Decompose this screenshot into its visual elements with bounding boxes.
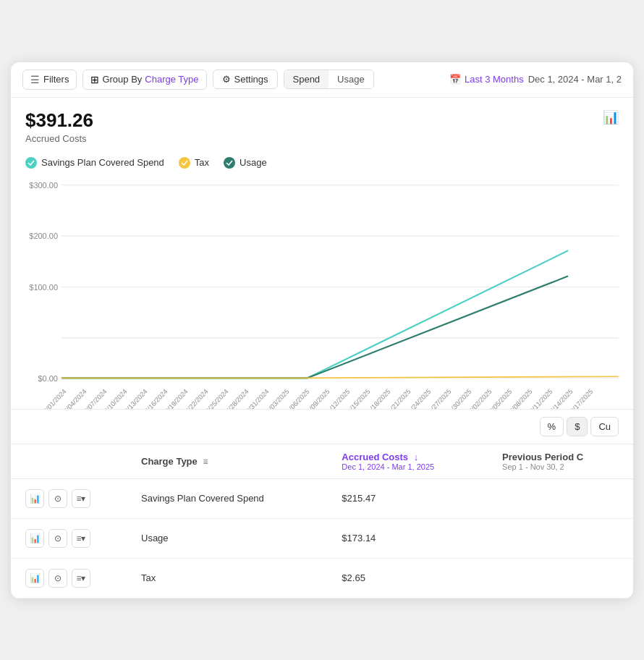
chart-legend: Savings Plan Covered Spend Tax Usage bbox=[11, 151, 633, 177]
row-filter-icon: ≡▾ bbox=[76, 494, 85, 504]
legend-label-savings: Savings Plan Covered Spend bbox=[41, 157, 164, 168]
summary-section: $391.26 Accrued Costs 📊 bbox=[11, 98, 633, 151]
settings-icon: ⚙ bbox=[222, 74, 231, 85]
filter-icon: ☰ bbox=[30, 74, 40, 85]
filters-button[interactable]: ☰ Filters bbox=[22, 69, 77, 90]
legend-label-tax: Tax bbox=[195, 157, 209, 168]
table-row: 📊 ⊙ ≡▾ Savings Plan Covered Spend $215.4… bbox=[11, 478, 633, 518]
row-previous-cell bbox=[488, 478, 633, 518]
row-previous-cell bbox=[488, 518, 633, 558]
group-by-label: Group By bbox=[102, 74, 142, 85]
group-by-value: Charge Type bbox=[145, 74, 198, 85]
accrued-label: Accrued Costs bbox=[25, 133, 619, 144]
svg-text:$100.00: $100.00 bbox=[29, 282, 58, 291]
row-amount-cell: $215.47 bbox=[327, 478, 488, 518]
group-by-button[interactable]: ⊞ Group By Charge Type bbox=[82, 69, 206, 90]
row-actions: 📊 ⊙ ≡▾ bbox=[25, 489, 112, 508]
row-name-cell: Tax bbox=[127, 558, 327, 598]
row-filter-button[interactable]: ≡▾ bbox=[72, 529, 90, 548]
row-target-button[interactable]: ⊙ bbox=[48, 569, 67, 588]
row-amount-cell: $173.14 bbox=[327, 518, 488, 558]
charge-type-header: Charge Type ≡ bbox=[127, 444, 327, 478]
row-target-button[interactable]: ⊙ bbox=[48, 489, 67, 508]
spend-toggle[interactable]: Spend bbox=[284, 70, 329, 88]
percent-format-button[interactable]: % bbox=[540, 417, 564, 436]
row-actions: 📊 ⊙ ≡▾ bbox=[25, 569, 112, 588]
target-icon: ⊙ bbox=[54, 533, 62, 543]
table-row: 📊 ⊙ ≡▾ Tax $2.65 bbox=[11, 558, 633, 598]
spend-usage-toggle: Spend Usage bbox=[284, 69, 374, 89]
savings-line bbox=[62, 250, 568, 378]
legend-check-tax bbox=[179, 157, 190, 169]
usage-line bbox=[62, 276, 568, 378]
legend-check-usage bbox=[224, 157, 235, 169]
settings-button[interactable]: ⚙ Settings bbox=[213, 69, 278, 89]
filters-label: Filters bbox=[43, 74, 69, 85]
row-filter-button[interactable]: ≡▾ bbox=[72, 569, 90, 588]
date-range-text: Dec 1, 2024 - Mar 1, 2 bbox=[528, 74, 622, 85]
row-chart-button[interactable]: 📊 bbox=[25, 529, 44, 548]
data-table: Charge Type ≡ Accrued Costs ↓ Dec 1, 202… bbox=[11, 444, 633, 598]
svg-text:$200.00: $200.00 bbox=[29, 232, 58, 240]
toolbar: ☰ Filters ⊞ Group By Charge Type ⚙ Setti… bbox=[11, 62, 633, 98]
line-chart: $300.00 $200.00 $100.00 $0.00 12/01/2024… bbox=[25, 177, 619, 409]
previous-date-range: Sep 1 - Nov 30, 2 bbox=[502, 462, 619, 471]
chart-svg: $300.00 $200.00 $100.00 $0.00 12/01/2024… bbox=[25, 177, 619, 409]
date-range-label: Last 3 Months bbox=[465, 74, 524, 85]
row-chart-button[interactable]: 📊 bbox=[25, 489, 44, 508]
accrued-date-range: Dec 1, 2024 - Mar 1, 2025 bbox=[342, 462, 473, 471]
date-range-section: 📅 Last 3 Months Dec 1, 2024 - Mar 1, 2 bbox=[449, 74, 622, 85]
legend-item-tax: Tax bbox=[179, 157, 209, 169]
row-chart-button[interactable]: 📊 bbox=[25, 569, 44, 588]
row-name-cell: Savings Plan Covered Spend bbox=[127, 478, 327, 518]
charge-type-filter-icon: ≡ bbox=[203, 457, 208, 467]
legend-item-usage: Usage bbox=[224, 157, 267, 169]
previous-period-header: Previous Period C Sep 1 - Nov 30, 2 bbox=[488, 444, 633, 478]
row-name-cell: Usage bbox=[127, 518, 327, 558]
svg-text:$300.00: $300.00 bbox=[29, 180, 58, 189]
table-controls: % $ Cu bbox=[11, 410, 633, 444]
legend-item-savings: Savings Plan Covered Spend bbox=[25, 157, 164, 169]
svg-text:12/01/2024: 12/01/2024 bbox=[40, 387, 68, 408]
chart-area: $300.00 $200.00 $100.00 $0.00 12/01/2024… bbox=[11, 177, 633, 409]
mini-chart-icon: 📊 bbox=[30, 533, 41, 543]
calendar-icon: 📅 bbox=[449, 74, 461, 85]
target-icon: ⊙ bbox=[54, 573, 62, 583]
sort-down-icon: ↓ bbox=[414, 452, 419, 462]
chart-type-button[interactable]: 📊 bbox=[603, 109, 619, 125]
row-filter-button[interactable]: ≡▾ bbox=[72, 489, 90, 508]
row-actions-cell: 📊 ⊙ ≡▾ bbox=[11, 478, 127, 518]
cumulative-format-button[interactable]: Cu bbox=[590, 417, 619, 436]
usage-toggle[interactable]: Usage bbox=[329, 70, 373, 88]
mini-chart-icon: 📊 bbox=[30, 494, 41, 504]
table-row: 📊 ⊙ ≡▾ Usage $173.14 bbox=[11, 518, 633, 558]
legend-label-usage: Usage bbox=[240, 157, 267, 168]
row-previous-cell bbox=[488, 558, 633, 598]
row-amount-cell: $2.65 bbox=[327, 558, 488, 598]
total-amount: $391.26 bbox=[25, 109, 619, 132]
mini-chart-icon: 📊 bbox=[30, 573, 41, 583]
accrued-costs-header[interactable]: Accrued Costs ↓ Dec 1, 2024 - Mar 1, 202… bbox=[327, 444, 488, 478]
legend-check-savings bbox=[25, 157, 37, 169]
row-filter-icon: ≡▾ bbox=[76, 573, 85, 583]
target-icon: ⊙ bbox=[54, 494, 62, 504]
row-actions-cell: 📊 ⊙ ≡▾ bbox=[11, 558, 127, 598]
row-actions-cell: 📊 ⊙ ≡▾ bbox=[11, 518, 127, 558]
date-range-button[interactable]: 📅 Last 3 Months bbox=[449, 74, 524, 85]
svg-text:$0.00: $0.00 bbox=[38, 373, 58, 382]
bar-chart-icon: 📊 bbox=[603, 110, 619, 124]
row-actions: 📊 ⊙ ≡▾ bbox=[25, 529, 112, 548]
actions-col-header bbox=[11, 444, 127, 478]
settings-label: Settings bbox=[234, 74, 268, 85]
table-icon: ⊞ bbox=[90, 74, 99, 85]
dollar-format-button[interactable]: $ bbox=[567, 417, 588, 436]
row-target-button[interactable]: ⊙ bbox=[48, 529, 67, 548]
row-filter-icon: ≡▾ bbox=[76, 533, 85, 543]
